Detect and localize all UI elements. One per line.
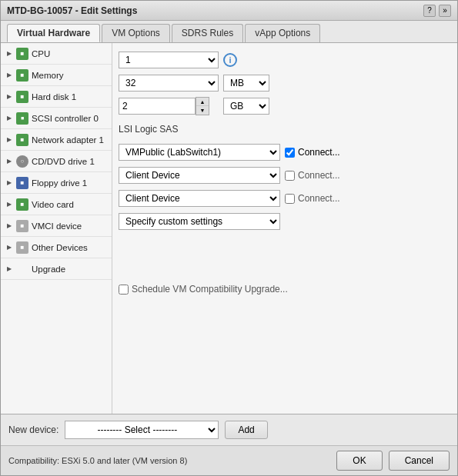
cdrom-field-row: Client Device Connect... xyxy=(119,165,451,186)
title-bar-icons: ? » xyxy=(423,5,451,17)
edit-settings-window: MTD-BG-10057 - Edit Settings ? » Virtual… xyxy=(0,0,458,476)
ok-button[interactable]: OK xyxy=(336,451,382,471)
sidebar-label-memory: Memory xyxy=(32,71,64,80)
expand-arrow-video: ▶ xyxy=(7,201,13,208)
tab-sdrs-rules[interactable]: SDRS Rules xyxy=(172,24,243,42)
disk-icon: ■ xyxy=(16,91,28,103)
floppy-field-row: Client Device Connect... xyxy=(119,188,451,209)
cdrom-connect-area: Connect... xyxy=(285,170,340,181)
cd-icon: ○ xyxy=(16,155,28,168)
new-device-label: New device: xyxy=(8,424,59,435)
expand-arrow-memory: ▶ xyxy=(7,72,13,78)
disk-unit-select[interactable]: GB MB xyxy=(223,98,269,115)
memory-unit-select[interactable]: MB GB xyxy=(223,75,269,92)
expand-arrow-other: ▶ xyxy=(7,244,13,251)
scsi-field-row: LSI Logic SAS xyxy=(119,118,451,140)
new-device-select[interactable]: -------- Select -------- xyxy=(65,421,219,439)
disk-decrement-button[interactable]: ▼ xyxy=(196,106,209,115)
sidebar-label-scsi: SCSI controller 0 xyxy=(32,114,99,123)
footer: Compatibility: ESXi 5.0 and later (VM ve… xyxy=(1,445,457,475)
sidebar-label-other-devices: Other Devices xyxy=(32,243,88,252)
cdrom-connect-checkbox[interactable] xyxy=(285,171,295,181)
sidebar-label-cpu: CPU xyxy=(32,49,50,58)
disk-spinner-buttons: ▲ ▼ xyxy=(196,97,209,115)
net-icon: ■ xyxy=(16,134,28,146)
expand-arrow-upgrade: ▶ xyxy=(7,265,13,272)
add-device-button[interactable]: Add xyxy=(225,421,267,439)
sidebar-label-floppy: Floppy drive 1 xyxy=(32,178,87,188)
help-icon[interactable]: ? xyxy=(423,5,436,17)
network-connect-area: Connect... xyxy=(285,147,340,158)
upgrade-label-text: Schedule VM Compatibility Upgrade... xyxy=(132,284,288,295)
sidebar-item-hard-disk[interactable]: ▶ ■ Hard disk 1 xyxy=(1,86,112,108)
upgrade-checkbox[interactable] xyxy=(119,285,129,295)
sidebar-item-floppy[interactable]: ▶ ■ Floppy drive 1 xyxy=(1,172,112,194)
memory-icon: ■ xyxy=(16,69,28,82)
sidebar-item-cpu[interactable]: ▶ ■ CPU xyxy=(1,43,112,65)
hard-disk-field-row: ▲ ▼ GB MB xyxy=(119,95,451,117)
sidebar-label-upgrade: Upgrade xyxy=(32,265,65,274)
cdrom-connect-label: Connect... xyxy=(298,170,340,181)
expand-arrow-disk: ▶ xyxy=(7,93,13,100)
floppy-connect-label: Connect... xyxy=(298,193,340,204)
upgrade-icon xyxy=(16,263,28,275)
tab-vm-options[interactable]: VM Options xyxy=(102,24,170,42)
sidebar-item-cdrom[interactable]: ▶ ○ CD/DVD drive 1 xyxy=(1,151,112,172)
main-content: ▶ ■ CPU ▶ ■ Memory ▶ ■ Hard disk 1 ▶ ■ S… xyxy=(1,43,457,414)
cpu-icon: ■ xyxy=(16,48,28,60)
compatibility-text: Compatibility: ESXi 5.0 and later (VM ve… xyxy=(8,456,187,465)
floppy-select[interactable]: Client Device xyxy=(119,190,280,207)
network-connect-label: Connect... xyxy=(298,147,340,158)
expand-arrow-vmci: ▶ xyxy=(7,222,13,229)
memory-select[interactable]: 32 64 128 256 xyxy=(119,75,219,92)
other-devices-icon: ■ xyxy=(16,241,28,254)
video-field-row: Specify custom settings xyxy=(119,211,451,232)
tab-vapp-options[interactable]: vApp Options xyxy=(245,24,320,42)
new-device-area: New device: -------- Select -------- Add xyxy=(8,421,268,439)
tab-virtual-hardware[interactable]: Virtual Hardware xyxy=(7,24,100,42)
footer-buttons: OK Cancel xyxy=(336,451,450,471)
vmci-icon: ■ xyxy=(16,220,28,232)
expand-arrow-floppy: ▶ xyxy=(7,179,13,186)
sidebar-item-network[interactable]: ▶ ■ Network adapter 1 xyxy=(1,129,112,151)
memory-field-row: 32 64 128 256 MB GB xyxy=(119,72,451,94)
cpu-field-row: 1 2 4 8 i xyxy=(119,49,451,71)
video-icon: ■ xyxy=(16,198,28,211)
video-card-select[interactable]: Specify custom settings xyxy=(119,213,280,230)
sidebar-label-vmci: VMCI device xyxy=(32,221,82,231)
expand-arrow-cpu: ▶ xyxy=(7,50,13,57)
sidebar-item-other-devices[interactable]: ▶ ■ Other Devices xyxy=(1,237,112,258)
floppy-connect-checkbox[interactable] xyxy=(285,194,295,204)
sidebar-item-upgrade[interactable]: ▶ Upgrade xyxy=(1,258,112,280)
sidebar: ▶ ■ CPU ▶ ■ Memory ▶ ■ Hard disk 1 ▶ ■ S… xyxy=(1,43,112,414)
scsi-icon: ■ xyxy=(16,112,28,125)
title-bar: MTD-BG-10057 - Edit Settings ? » xyxy=(1,1,457,21)
sidebar-label-net: Network adapter 1 xyxy=(32,135,104,145)
upgrade-checkbox-label: Schedule VM Compatibility Upgrade... xyxy=(119,284,288,295)
cpu-info-icon[interactable]: i xyxy=(223,53,237,67)
tab-bar: Virtual Hardware VM Options SDRS Rules v… xyxy=(1,21,457,43)
disk-size-input[interactable] xyxy=(119,98,196,115)
network-adapter-select[interactable]: VMPublic (LabSwitch1) xyxy=(119,144,280,161)
window-title: MTD-BG-10057 - Edit Settings xyxy=(7,5,137,16)
sidebar-item-video[interactable]: ▶ ■ Video card xyxy=(1,194,112,215)
floppy-icon: ■ xyxy=(16,177,28,189)
network-connect-checkbox[interactable] xyxy=(285,148,295,158)
sidebar-item-memory[interactable]: ▶ ■ Memory xyxy=(1,65,112,86)
scsi-label: LSI Logic SAS xyxy=(119,124,178,135)
cancel-button[interactable]: Cancel xyxy=(389,451,450,471)
sidebar-item-vmci[interactable]: ▶ ■ VMCI device xyxy=(1,215,112,237)
new-device-bar: New device: -------- Select -------- Add xyxy=(1,414,457,445)
main-panel: 1 2 4 8 i 32 64 128 256 MB GB xyxy=(112,43,457,414)
disk-spinner: ▲ ▼ xyxy=(119,97,219,115)
sidebar-item-scsi[interactable]: ▶ ■ SCSI controller 0 xyxy=(1,108,112,129)
expand-arrow-net: ▶ xyxy=(7,136,13,143)
cdrom-select[interactable]: Client Device xyxy=(119,167,280,184)
upgrade-field-row: Schedule VM Compatibility Upgrade... xyxy=(119,278,451,300)
expand-arrow-scsi: ▶ xyxy=(7,115,13,121)
sidebar-label-cd: CD/DVD drive 1 xyxy=(32,157,95,166)
sidebar-label-disk: Hard disk 1 xyxy=(32,92,76,102)
cpu-select[interactable]: 1 2 4 8 xyxy=(119,52,219,68)
disk-increment-button[interactable]: ▲ xyxy=(196,98,209,106)
more-icon[interactable]: » xyxy=(439,5,451,17)
